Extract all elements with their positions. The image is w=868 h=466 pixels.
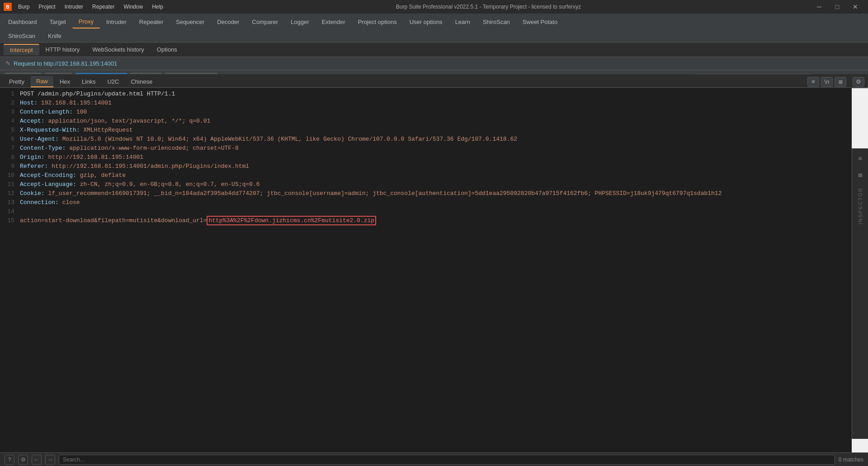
menu-repeater[interactable]: Repeater: [89, 3, 118, 11]
status-bar: ? ⚙ ← → 0 matches: [0, 452, 868, 466]
tab-shiroscan2[interactable]: ShiroScan: [2, 30, 42, 42]
request-line-1: 1 POST /admin.php/Plugins/update.html HT…: [0, 90, 852, 99]
line-content: X-Requested-With: XMLHttpRequest: [20, 126, 848, 135]
request-line-14: 14: [0, 207, 852, 216]
tab-target[interactable]: Target: [43, 16, 72, 28]
tab-sequencer[interactable]: Sequencer: [170, 16, 211, 28]
inspector-top-icon[interactable]: ≡: [852, 150, 868, 166]
nav-back-button[interactable]: ←: [32, 455, 42, 465]
inspector-toggle[interactable]: ≣: [852, 166, 868, 183]
line-number: 3: [4, 108, 14, 117]
tab-intruder[interactable]: Intruder: [100, 16, 133, 28]
line-number: 2: [4, 99, 14, 108]
menu-help[interactable]: Help: [148, 3, 167, 11]
status-settings-icon[interactable]: ⚙: [18, 455, 28, 465]
main-area: Pretty Raw Hex Links U2C Chinese ≡ \n ≣ …: [0, 74, 868, 452]
line-content: Content-Type: application/x-www-form-url…: [20, 144, 848, 153]
request-content[interactable]: 1 POST /admin.php/Plugins/update.html HT…: [0, 88, 852, 452]
tab-sweet-potato[interactable]: Sweet Potato: [516, 16, 564, 28]
tab-proxy[interactable]: Proxy: [72, 15, 100, 29]
request-url-label: Request to http://192.168.81.195:14001: [14, 60, 117, 67]
inspector-label: INSPECTOR: [858, 187, 863, 224]
request-line-9: 9 Referer: http://192.168.81.195:14001/a…: [0, 162, 852, 171]
line-content: Origin: http://192.168.81.195:14001: [20, 153, 848, 162]
settings-icon[interactable]: ⚙: [853, 77, 864, 87]
line-number: 7: [4, 144, 14, 153]
line-content: action=start-download&filepath=mutisite&…: [20, 216, 848, 225]
status-help-icon[interactable]: ?: [5, 455, 14, 465]
title-bar: B Burp Project Intruder Repeater Window …: [0, 0, 868, 14]
request-line-7: 7 Content-Type: application/x-www-form-u…: [0, 144, 852, 153]
edit-icon: ✎: [5, 60, 11, 67]
line-content: POST /admin.php/Plugins/update.html HTTP…: [20, 90, 848, 99]
tab-decoder[interactable]: Decoder: [211, 16, 245, 28]
tab-learn[interactable]: Learn: [449, 16, 476, 28]
line-number: 15: [4, 216, 14, 225]
nav-forward-button[interactable]: →: [45, 455, 55, 465]
app-icon: B: [4, 3, 12, 11]
menu-bar-row2: ShiroScan Knife: [0, 30, 868, 43]
close-button[interactable]: ✕: [846, 0, 864, 14]
menu-intruder[interactable]: Intruder: [61, 3, 87, 11]
request-line-10: 10 Accept-Encoding: gzip, deflate: [0, 171, 852, 180]
tab-dashboard[interactable]: Dashboard: [2, 16, 43, 28]
subtab-options[interactable]: Options: [151, 44, 184, 55]
view-tabs: Pretty Raw Hex Links U2C Chinese ≡ \n ≣ …: [0, 74, 868, 88]
request-line-2: 2 Host: 192.168.81.195:14001: [0, 99, 852, 108]
search-input[interactable]: [59, 455, 835, 465]
tab-user-options[interactable]: User options: [403, 16, 449, 28]
request-line-11: 11 Accept-Language: zh-CN, zh;q=0.9, en-…: [0, 180, 852, 189]
line-number: 13: [4, 198, 14, 207]
tab-knife[interactable]: Knife: [42, 30, 68, 42]
tab-logger[interactable]: Logger: [284, 16, 315, 28]
inspector-sidebar: ≡ ≣ INSPECTOR: [852, 148, 868, 439]
view-tab-hex[interactable]: Hex: [54, 76, 75, 87]
tab-repeater[interactable]: Repeater: [133, 16, 170, 28]
line-content: Cookie: lf_user_recommend=1669017391; __…: [20, 189, 848, 198]
view-tab-u2c[interactable]: U2C: [102, 76, 124, 87]
highlighted-url: http%3A%2F%2Fdown.jizhicms.cn%2Fmutisite…: [207, 216, 376, 225]
view-tab-raw[interactable]: Raw: [31, 76, 53, 87]
title-menu: Burp Project Intruder Repeater Window He…: [14, 3, 167, 11]
subtab-http-history[interactable]: HTTP history: [39, 44, 86, 55]
maximize-button[interactable]: □: [828, 0, 846, 14]
request-line-13: 13 Connection: close: [0, 198, 852, 207]
line-content: Accept-Language: zh-CN, zh;q=0.9, en-GB;…: [20, 180, 848, 189]
tab-comparer[interactable]: Comparer: [245, 16, 284, 28]
view-tab-pretty[interactable]: Pretty: [4, 76, 30, 87]
line-content: Accept: application/json, text/javascrip…: [20, 117, 848, 126]
matches-label: 0 matches: [839, 456, 863, 463]
wrap-text-icon[interactable]: ≡: [807, 77, 819, 87]
line-number: 11: [4, 180, 14, 189]
menu-window[interactable]: Window: [120, 3, 146, 11]
request-line-5: 5 X-Requested-With: XMLHttpRequest: [0, 126, 852, 135]
view-tab-links[interactable]: Links: [76, 76, 101, 87]
window-controls: ─ □ ✕: [810, 0, 864, 14]
window-title: Burp Suite Professional v2022.5.1 - Temp…: [167, 4, 810, 10]
list-icon[interactable]: ≣: [835, 77, 846, 87]
line-content: User-Agent: Mozilla/5.0 (Windows NT 10.0…: [20, 135, 848, 144]
tab-shiroscan[interactable]: ShiroScan: [476, 16, 516, 28]
line-number: 4: [4, 117, 14, 126]
line-content: Referer: http://192.168.81.195:14001/adm…: [20, 162, 848, 171]
line-number: 9: [4, 162, 14, 171]
subtab-websockets[interactable]: WebSockets history: [86, 44, 151, 55]
request-line-4: 4 Accept: application/json, text/javascr…: [0, 117, 852, 126]
request-line-3: 3 Content-Length: 100: [0, 108, 852, 117]
tab-project-options[interactable]: Project options: [352, 16, 403, 28]
minimize-button[interactable]: ─: [810, 0, 828, 14]
subtab-intercept[interactable]: Intercept: [4, 44, 39, 55]
proxy-sub-tabs: Intercept HTTP history WebSockets histor…: [0, 43, 868, 57]
request-header-bar: ✎ Request to http://192.168.81.195:14001: [0, 57, 868, 70]
menu-project[interactable]: Project: [35, 3, 59, 11]
line-content: Content-Length: 100: [20, 108, 848, 117]
view-tab-chinese[interactable]: Chinese: [125, 76, 158, 87]
request-line-15: 15 action=start-download&filepath=mutisi…: [0, 216, 852, 225]
request-line-6: 6 User-Agent: Mozilla/5.0 (Windows NT 10…: [0, 135, 852, 144]
view-tab-icons: ≡ \n ≣ ⚙: [807, 77, 864, 87]
line-number: 6: [4, 135, 14, 144]
tab-extender[interactable]: Extender: [316, 16, 352, 28]
menu-bar: Dashboard Target Proxy Intruder Repeater…: [0, 14, 868, 30]
newline-icon[interactable]: \n: [821, 77, 833, 87]
menu-burp[interactable]: Burp: [14, 3, 33, 11]
